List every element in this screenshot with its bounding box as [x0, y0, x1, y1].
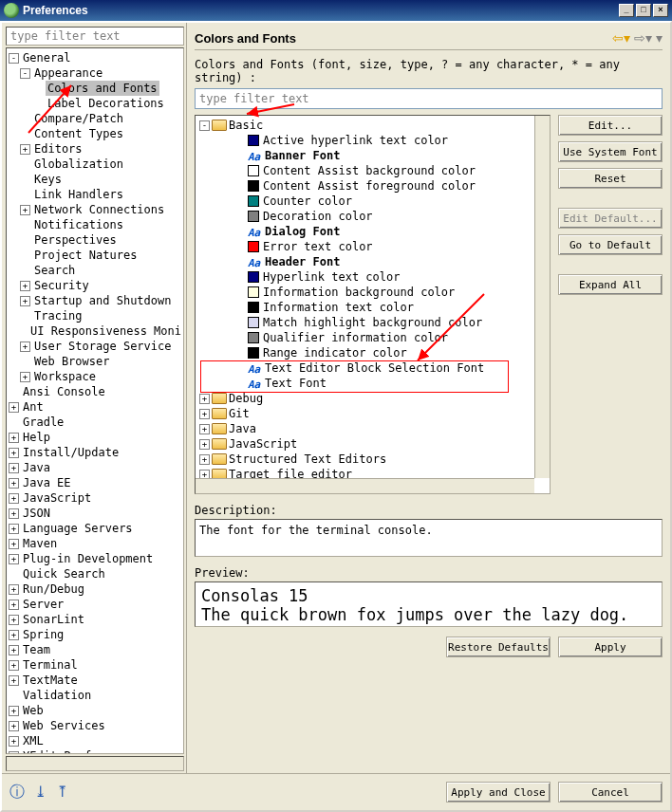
- reset-button[interactable]: Reset: [558, 168, 663, 189]
- tree-item[interactable]: Link Handlers: [7, 187, 183, 202]
- tree-item[interactable]: +Startup and Shutdown: [7, 293, 183, 308]
- import-icon[interactable]: ⤓: [34, 783, 47, 803]
- tree-item[interactable]: Web Browser: [7, 354, 183, 369]
- tree-item[interactable]: UI Responsiveness Moni: [7, 323, 183, 339]
- help-icon[interactable]: ⓘ: [9, 783, 25, 803]
- tree-item[interactable]: Ansi Console: [7, 384, 183, 399]
- go-to-default-button[interactable]: Go to Default: [558, 234, 663, 255]
- horizontal-scrollbar[interactable]: [6, 756, 184, 771]
- font-icon: Aa: [248, 256, 263, 268]
- tree-item[interactable]: +XML: [7, 733, 183, 748]
- tree-item[interactable]: +Team: [7, 642, 183, 657]
- color-font-item[interactable]: Content Assist background color: [197, 163, 548, 178]
- tree-item[interactable]: +Server: [7, 597, 183, 612]
- color-font-item[interactable]: Active hyperlink text color: [197, 133, 548, 148]
- color-font-item[interactable]: Information background color: [197, 285, 548, 300]
- color-font-item[interactable]: +Structured Text Editors: [197, 452, 548, 467]
- tree-item[interactable]: +Workspace: [7, 369, 183, 384]
- tree-item[interactable]: +JavaScript: [7, 490, 183, 506]
- tree-item[interactable]: +Language Servers: [7, 521, 183, 536]
- tree-item[interactable]: +Java EE: [7, 475, 183, 490]
- color-font-item[interactable]: Range indicator color: [197, 345, 548, 360]
- tree-item[interactable]: Project Natures: [7, 248, 183, 263]
- tree-item[interactable]: Compare/Patch: [7, 111, 183, 126]
- edit-button[interactable]: Edit...: [558, 115, 663, 136]
- tree-item[interactable]: +TextMate: [7, 673, 183, 688]
- tree-item[interactable]: +Run/Debug: [7, 581, 183, 597]
- colors-fonts-tree[interactable]: -BasicActive hyperlink text colorAaBanne…: [195, 115, 551, 494]
- folder-icon: [212, 423, 227, 434]
- color-font-item[interactable]: AaBanner Font: [197, 148, 548, 163]
- color-font-item[interactable]: +Java: [197, 421, 548, 436]
- tree-item[interactable]: Content Types: [7, 126, 183, 141]
- horizontal-scrollbar[interactable]: [196, 478, 534, 493]
- tree-item[interactable]: Gradle: [7, 415, 183, 430]
- color-font-item[interactable]: AaText Font: [197, 376, 548, 391]
- tree-item[interactable]: +Network Connections: [7, 202, 183, 217]
- tree-item[interactable]: Notifications: [7, 217, 183, 232]
- color-font-item[interactable]: Content Assist foreground color: [197, 178, 548, 194]
- color-font-item[interactable]: AaText Editor Block Selection Font: [197, 360, 548, 376]
- back-arrow-icon[interactable]: ⇦▾: [612, 30, 630, 46]
- tree-item[interactable]: Quick Search: [7, 566, 183, 581]
- tree-item[interactable]: +Editors: [7, 141, 183, 157]
- color-font-item[interactable]: Decoration color: [197, 209, 548, 224]
- color-font-item[interactable]: AaHeader Font: [197, 254, 548, 269]
- tree-item[interactable]: +Ant: [7, 399, 183, 415]
- menu-dropdown-icon[interactable]: ▾: [656, 30, 663, 46]
- cancel-button[interactable]: Cancel: [558, 782, 663, 803]
- tree-item[interactable]: Tracing: [7, 308, 183, 323]
- color-font-item[interactable]: +Git: [197, 406, 548, 421]
- tree-item[interactable]: Keys: [7, 172, 183, 187]
- tree-item[interactable]: +YEdit Preferences: [7, 748, 183, 754]
- folder-icon: [212, 393, 227, 404]
- tree-item[interactable]: +Terminal: [7, 657, 183, 673]
- edit-default-button[interactable]: Edit Default...: [558, 208, 663, 229]
- use-system-font-button[interactable]: Use System Font: [558, 141, 663, 162]
- color-font-item[interactable]: Counter color: [197, 194, 548, 209]
- minimize-button[interactable]: _: [619, 4, 634, 17]
- tree-item[interactable]: -General: [7, 50, 183, 65]
- vertical-scrollbar[interactable]: [534, 116, 550, 478]
- tree-item[interactable]: Globalization: [7, 157, 183, 172]
- tree-item[interactable]: Validation: [7, 688, 183, 703]
- tree-item[interactable]: +Help: [7, 430, 183, 445]
- expand-all-button[interactable]: Expand All: [558, 274, 663, 295]
- color-font-item[interactable]: Information text color: [197, 300, 548, 315]
- tree-item[interactable]: Label Decorations: [7, 96, 183, 111]
- preview-label: Preview:: [195, 566, 663, 580]
- tree-item[interactable]: -Appearance: [7, 65, 183, 81]
- tree-item[interactable]: Search: [7, 263, 183, 278]
- tree-item[interactable]: +Java: [7, 460, 183, 475]
- tree-item[interactable]: Colors and Fonts: [7, 81, 183, 96]
- tree-item[interactable]: +Web: [7, 703, 183, 718]
- color-font-item[interactable]: Error text color: [197, 239, 548, 254]
- close-button[interactable]: ×: [653, 4, 668, 17]
- tree-item[interactable]: Perspectives: [7, 232, 183, 248]
- tree-item[interactable]: +Spring: [7, 627, 183, 642]
- restore-defaults-button[interactable]: Restore Defaults: [446, 637, 551, 657]
- filter-input[interactable]: type filter text: [6, 27, 184, 46]
- category-tree[interactable]: -General-AppearanceColors and FontsLabel…: [6, 47, 184, 754]
- tree-item[interactable]: +Install/Update: [7, 445, 183, 460]
- color-font-item[interactable]: +JavaScript: [197, 436, 548, 452]
- forward-arrow-icon[interactable]: ⇨▾: [634, 30, 652, 46]
- color-font-item[interactable]: +Debug: [197, 391, 548, 406]
- maximize-button[interactable]: □: [636, 4, 651, 17]
- tree-item[interactable]: +JSON: [7, 506, 183, 521]
- export-icon[interactable]: ⤒: [56, 783, 68, 803]
- color-font-item[interactable]: Qualifier information color: [197, 330, 548, 345]
- color-filter-input[interactable]: type filter text: [195, 88, 663, 109]
- tree-item[interactable]: +Web Services: [7, 718, 183, 733]
- color-font-item[interactable]: Hyperlink text color: [197, 269, 548, 285]
- color-font-item[interactable]: -Basic: [197, 118, 548, 133]
- tree-item[interactable]: +Plug-in Development: [7, 551, 183, 566]
- apply-and-close-button[interactable]: Apply and Close: [446, 782, 551, 803]
- apply-button[interactable]: Apply: [558, 637, 663, 657]
- tree-item[interactable]: +User Storage Service: [7, 339, 183, 354]
- color-font-item[interactable]: AaDialog Font: [197, 224, 548, 239]
- tree-item[interactable]: +Security: [7, 278, 183, 293]
- tree-item[interactable]: +SonarLint: [7, 612, 183, 627]
- color-font-item[interactable]: Match highlight background color: [197, 315, 548, 330]
- tree-item[interactable]: +Maven: [7, 536, 183, 551]
